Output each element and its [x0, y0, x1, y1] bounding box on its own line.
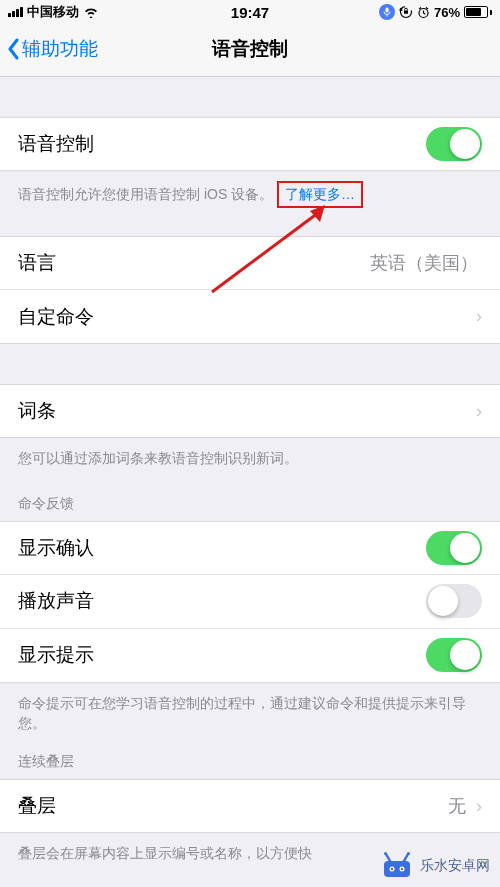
status-bar: 中国移动 19:47 76%	[0, 0, 500, 22]
voice-control-label: 语音控制	[18, 131, 94, 157]
back-label: 辅助功能	[22, 36, 98, 62]
svg-line-12	[404, 854, 408, 861]
svg-rect-2	[404, 11, 408, 14]
chevron-right-icon: ›	[476, 796, 482, 817]
watermark-text: 乐水安卓网	[420, 857, 490, 875]
rotation-lock-icon	[399, 5, 413, 19]
svg-rect-0	[385, 8, 388, 13]
chevron-left-icon	[6, 38, 20, 60]
voice-control-row[interactable]: 语音控制	[0, 117, 500, 171]
play-sound-label: 播放声音	[18, 588, 94, 614]
svg-line-11	[386, 854, 390, 861]
custom-commands-row[interactable]: 自定命令 ›	[0, 290, 500, 344]
carrier-label: 中国移动	[27, 3, 79, 21]
show-confirm-label: 显示确认	[18, 535, 94, 561]
battery-icon	[464, 6, 492, 18]
chevron-right-icon: ›	[476, 306, 482, 327]
play-sound-row[interactable]: 播放声音	[0, 575, 500, 629]
learn-more-highlight-box: 了解更多…	[277, 181, 363, 208]
show-confirm-row[interactable]: 显示确认	[0, 521, 500, 575]
page-title: 语音控制	[212, 36, 288, 62]
vocabulary-label: 词条	[18, 398, 56, 424]
voice-control-footer-text: 语音控制允许您使用语音控制 iOS 设备。	[18, 186, 273, 202]
voice-control-indicator-icon	[379, 4, 395, 20]
svg-point-13	[384, 852, 387, 855]
overlay-row[interactable]: 叠层 无 ›	[0, 779, 500, 833]
watermark-logo-icon	[380, 852, 414, 880]
show-confirm-switch[interactable]	[426, 531, 482, 565]
svg-rect-6	[384, 861, 410, 877]
show-hints-switch[interactable]	[426, 638, 482, 672]
language-row[interactable]: 语言 英语（美国）	[0, 236, 500, 290]
back-button[interactable]: 辅助功能	[0, 36, 98, 62]
language-label: 语言	[18, 250, 56, 276]
play-sound-switch[interactable]	[426, 584, 482, 618]
voice-control-footer: 语音控制允许您使用语音控制 iOS 设备。 了解更多…	[0, 171, 500, 214]
status-right: 76%	[379, 4, 492, 20]
hints-footer: 命令提示可在您学习语音控制的过程中，通过建议命令和提供提示来引导您。	[0, 683, 500, 740]
show-hints-label: 显示提示	[18, 642, 94, 668]
overlay-label: 叠层	[18, 793, 56, 819]
voice-control-switch[interactable]	[426, 127, 482, 161]
vocabulary-footer: 您可以通过添加词条来教语音控制识别新词。	[0, 438, 500, 474]
battery-pct: 76%	[434, 5, 460, 20]
svg-point-9	[391, 868, 393, 870]
show-hints-row[interactable]: 显示提示	[0, 629, 500, 683]
learn-more-link[interactable]: 了解更多…	[285, 186, 355, 202]
vocabulary-row[interactable]: 词条 ›	[0, 384, 500, 438]
alarm-icon	[417, 6, 430, 19]
overlay-section-header: 连续叠层	[0, 739, 500, 779]
feedback-section-header: 命令反馈	[0, 475, 500, 521]
signal-icon	[8, 7, 23, 17]
svg-point-10	[401, 868, 403, 870]
status-time: 19:47	[231, 4, 269, 21]
wifi-icon	[83, 6, 99, 18]
watermark: 乐水安卓网	[380, 852, 490, 880]
custom-commands-label: 自定命令	[18, 304, 94, 330]
chevron-right-icon: ›	[476, 401, 482, 422]
status-left: 中国移动	[8, 3, 99, 21]
nav-header: 辅助功能 语音控制	[0, 22, 500, 77]
svg-point-14	[407, 852, 410, 855]
overlay-value: 无	[448, 794, 470, 818]
language-value: 英语（美国）	[370, 251, 482, 275]
